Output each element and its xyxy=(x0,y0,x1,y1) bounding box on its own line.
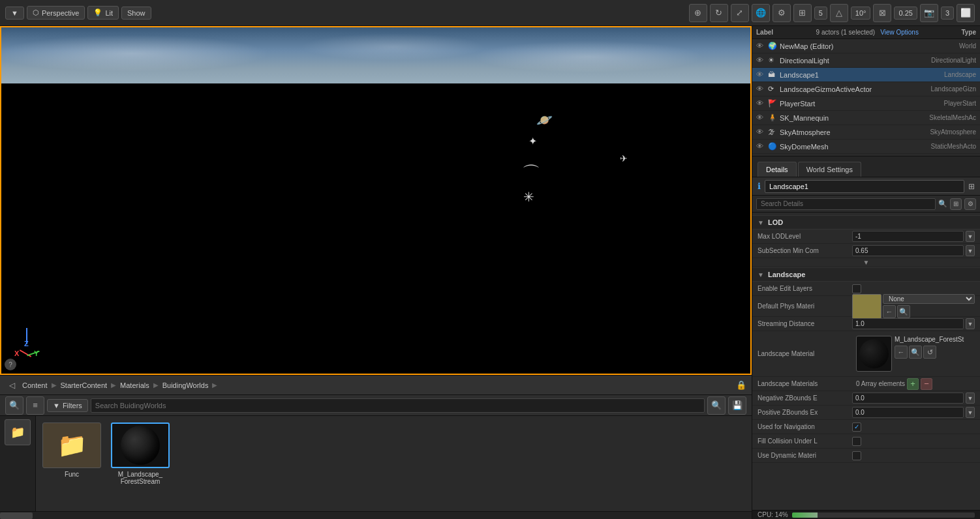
actor-type-skydome: StaticMeshActo xyxy=(931,143,976,150)
axes-widget: Z X Y xyxy=(11,321,50,361)
mat-back-btn[interactable]: ← xyxy=(895,346,908,359)
subsection-value: ▼ xyxy=(852,245,975,256)
material-sphere-preview xyxy=(121,426,160,465)
num3-value[interactable]: 3 xyxy=(941,7,954,20)
scrollbar-thumb[interactable] xyxy=(0,512,33,519)
streaming-input[interactable] xyxy=(852,318,964,329)
search-submit-icon[interactable]: 🔍 xyxy=(707,396,726,415)
search-icon: 🔍 xyxy=(938,200,947,208)
enable-edit-checkbox[interactable] xyxy=(852,284,861,293)
breadcrumb-starter[interactable]: StarterContent xyxy=(61,381,108,389)
grid-value[interactable]: 5 xyxy=(814,7,827,20)
tab-details[interactable]: Details xyxy=(758,162,797,177)
lod-collapse-arrow: ▼ xyxy=(758,219,764,226)
details-info-icon: ℹ xyxy=(758,181,761,191)
pos-zbounds-spin[interactable]: ▼ xyxy=(966,407,975,418)
expand-row[interactable]: ▼ xyxy=(752,258,980,267)
search-input[interactable] xyxy=(91,398,705,413)
details-settings[interactable]: ⚙ xyxy=(964,198,976,210)
help-button[interactable]: ? xyxy=(5,359,16,370)
breadcrumb-content[interactable]: Content xyxy=(22,381,48,389)
translate-tool[interactable]: ⊕ xyxy=(689,4,707,22)
asset-item-func[interactable]: 📁 Func xyxy=(42,423,101,478)
mat-reset-btn[interactable]: ↺ xyxy=(923,346,936,359)
details-grid-view[interactable]: ⊞ xyxy=(950,198,962,210)
outliner-row-player[interactable]: 👁 🚩 PlayerStart PlayerStart xyxy=(752,96,980,111)
rotate-tool[interactable]: ↻ xyxy=(710,4,728,22)
actor-name-input[interactable] xyxy=(765,180,964,193)
save-icon[interactable]: 💾 xyxy=(728,396,746,415)
lod-section-header[interactable]: ▼ LOD xyxy=(752,215,980,230)
outliner-row-skydome[interactable]: 👁 🔵 SkyDomeMesh StaticMeshActo xyxy=(752,140,980,154)
streaming-spin[interactable]: ▼ xyxy=(966,318,975,329)
phys-search-btn[interactable]: 🔍 xyxy=(897,305,910,318)
details-search-input[interactable] xyxy=(756,198,936,210)
outliner-row-directional[interactable]: 👁 ☀ DirectionalLight DirectionalLight xyxy=(752,53,980,68)
max-lod-input[interactable] xyxy=(852,231,964,242)
viewport[interactable]: 🪐 ✦ ⌒ ✳ ✈ Z X Y ? xyxy=(0,26,752,375)
subsection-spin[interactable]: ▼ xyxy=(966,245,975,256)
subsection-input[interactable] xyxy=(852,245,964,256)
phys-back-btn[interactable]: ← xyxy=(883,305,896,318)
pos-zbounds-row: Positive ZBounds Ex ▼ xyxy=(752,406,980,420)
breadcrumb-building[interactable]: BuidingWorlds xyxy=(162,381,209,389)
lock-icon[interactable]: 🔒 xyxy=(736,380,746,390)
asset-label-material: M_Landscape_ForestStream xyxy=(118,471,162,485)
outliner-row-mannequin[interactable]: 👁 🧍 SK_Mannequin SkeletalMeshAc xyxy=(752,111,980,125)
filters-button[interactable]: ▼ Filters xyxy=(47,399,88,412)
outliner-row-skyatm[interactable]: 👁 🌫 SkyAtmosphere SkyAtmosphere xyxy=(752,125,980,140)
landscape-section-header[interactable]: ▼ Landscape xyxy=(752,267,980,282)
asset-item-material[interactable]: M_Landscape_ForestStream xyxy=(111,423,170,485)
camera-icon[interactable]: 📷 xyxy=(920,4,938,22)
phys-mat-select[interactable]: None xyxy=(883,294,975,304)
tab-world-settings[interactable]: World Settings xyxy=(798,162,861,177)
neg-zbounds-input[interactable] xyxy=(852,393,964,404)
use-dynamic-checkbox[interactable] xyxy=(852,451,861,460)
content-area: 📁 📁 Func M_Landscape_ForestStream xyxy=(0,416,752,511)
maximize-icon[interactable]: ⬜ xyxy=(957,4,975,22)
actor-icon-newmap: 🌍 xyxy=(768,42,777,51)
used-nav-checkbox[interactable] xyxy=(852,423,861,432)
horizontal-scrollbar[interactable] xyxy=(0,511,752,519)
breadcrumb-back[interactable]: ◁ xyxy=(5,379,18,392)
search-content-icon[interactable]: 🔍 xyxy=(5,396,23,415)
angle-value[interactable]: 10° xyxy=(851,7,871,20)
max-lod-spin[interactable]: ▼ xyxy=(966,231,975,242)
mat-search-btn[interactable]: 🔍 xyxy=(909,346,922,359)
actor-type-directional: DirectionalLight xyxy=(931,57,976,64)
pos-zbounds-input[interactable] xyxy=(852,407,964,418)
landscape-mat-sphere xyxy=(859,339,889,368)
scale-icon[interactable]: ⊠ xyxy=(873,4,891,22)
grid-icon[interactable]: ⊞ xyxy=(793,4,812,22)
show-button[interactable]: Show xyxy=(121,7,151,20)
view-options-btn[interactable]: View Options xyxy=(880,29,919,36)
settings-icon[interactable]: ⚙ xyxy=(773,4,791,22)
landscape-mats-value: 0 Array elements + − xyxy=(856,378,975,390)
outliner-row-gizmo[interactable]: 👁 ⟳ LandscapeGizmoActiveActor LandscapeG… xyxy=(752,82,980,96)
streaming-label: Streaming Distance xyxy=(758,320,852,327)
globe-icon[interactable]: 🌐 xyxy=(752,4,770,22)
landscape-mats-count: 0 Array elements xyxy=(856,380,905,387)
add-array-element-btn[interactable]: + xyxy=(907,378,919,390)
scale-tool[interactable]: ⤢ xyxy=(731,4,749,22)
del-array-element-btn[interactable]: − xyxy=(921,378,932,390)
outliner-type-col: Type xyxy=(961,29,976,36)
sidebar-folder-icon[interactable]: 📁 xyxy=(5,419,31,445)
details-name-bar: ℹ ⊞ xyxy=(752,177,980,196)
outliner-row-landscape[interactable]: 👁 🏔 Landscape1 Landscape xyxy=(752,68,980,82)
y-axis-label: Y xyxy=(34,349,38,357)
fill-collision-checkbox[interactable] xyxy=(852,437,861,446)
list-view-icon[interactable]: ≡ xyxy=(26,396,44,415)
outliner-row-newmap[interactable]: 👁 🌍 NewMap (Editor) World xyxy=(752,39,980,53)
scale-value[interactable]: 0.25 xyxy=(894,7,917,20)
actor-icon-player: 🚩 xyxy=(768,99,777,108)
details-extra-icon[interactable]: ⊞ xyxy=(968,182,975,191)
breadcrumb-materials[interactable]: Materials xyxy=(120,381,149,389)
perspective-button[interactable]: ⬡ Perspective xyxy=(27,6,85,20)
lit-button[interactable]: 💡 Lit xyxy=(87,6,119,20)
breadcrumb-sep4: ▶ xyxy=(212,381,217,389)
view-mode-dropdown[interactable]: ▼ xyxy=(5,7,24,20)
clouds xyxy=(1,34,750,80)
angle-icon[interactable]: △ xyxy=(830,4,848,22)
neg-zbounds-spin[interactable]: ▼ xyxy=(966,393,975,404)
